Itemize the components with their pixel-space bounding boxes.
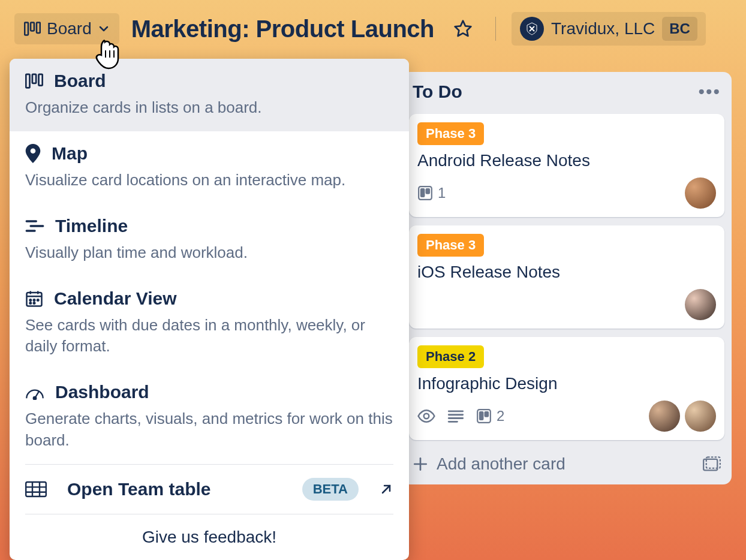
card-badges: 2 [417, 408, 504, 424]
svg-point-33 [34, 303, 35, 305]
view-switcher-label: Board [47, 19, 92, 38]
view-switcher-button[interactable]: Board [14, 13, 119, 44]
watch-badge [417, 410, 435, 423]
view-option-desc: Generate charts, visuals, and metrics fo… [25, 408, 393, 450]
card-title: Android Release Notes [417, 151, 716, 170]
card-members [685, 289, 716, 320]
card-members [685, 177, 716, 209]
description-badge [447, 410, 464, 423]
view-option-timeline[interactable]: Timeline Visually plan time and workload… [10, 204, 409, 276]
view-option-map[interactable]: Map Visualize card locations on an inter… [10, 131, 409, 204]
view-option-desc: Visualize card locations on an interacti… [25, 170, 393, 191]
card-label[interactable]: Phase 3 [417, 122, 484, 145]
svg-rect-0 [25, 23, 28, 35]
plus-icon [413, 456, 428, 472]
svg-point-29 [30, 300, 32, 302]
view-option-board[interactable]: Board Organize cards in lists on a board… [10, 59, 409, 131]
svg-rect-21 [39, 74, 43, 86]
external-link-icon [379, 482, 393, 496]
svg-point-31 [37, 300, 39, 302]
list-header: To Do ••• [409, 79, 724, 106]
avatar[interactable] [649, 401, 680, 432]
team-table-label: Open Team table [67, 479, 282, 499]
list-todo: To Do ••• Phase 3 Android Release Notes … [402, 72, 732, 484]
board-header: Board Marketing: Product Launch Travidux… [0, 0, 746, 56]
trello-count: 1 [438, 185, 446, 201]
card[interactable]: Phase 2 Infographic Design 2 [409, 337, 724, 440]
add-card-button[interactable]: Add another card [413, 454, 565, 474]
avatar[interactable] [685, 177, 716, 209]
avatar[interactable] [685, 401, 716, 432]
trello-count: 2 [497, 408, 504, 424]
svg-rect-2 [37, 23, 40, 34]
view-option-title: Timeline [55, 216, 128, 236]
eye-icon [417, 410, 435, 423]
svg-rect-13 [480, 412, 483, 420]
trello-icon [417, 185, 433, 201]
board-icon [25, 73, 43, 89]
svg-point-35 [34, 397, 37, 400]
view-option-title: Dashboard [55, 382, 149, 402]
dashboard-icon [25, 384, 44, 400]
map-pin-icon [25, 144, 41, 163]
card-members [649, 401, 716, 432]
avatar[interactable] [685, 289, 716, 320]
trello-attachment-badge: 1 [417, 185, 446, 201]
svg-rect-6 [426, 189, 429, 194]
card-label[interactable]: Phase 3 [417, 234, 484, 257]
template-icon[interactable] [703, 456, 721, 472]
table-icon [25, 481, 47, 498]
add-card-label: Add another card [437, 454, 565, 474]
board-title[interactable]: Marketing: Product Launch [131, 16, 434, 43]
svg-rect-36 [26, 482, 46, 496]
user-initials-badge: BC [662, 17, 697, 41]
calendar-icon [25, 290, 43, 308]
card[interactable]: Phase 3 Android Release Notes 1 [409, 114, 724, 217]
trello-attachment-badge: 2 [476, 408, 504, 424]
add-card-row: Add another card [409, 448, 724, 475]
svg-point-7 [424, 414, 429, 419]
board-icon [24, 22, 41, 36]
view-option-title: Board [54, 71, 106, 91]
star-button[interactable] [446, 12, 480, 46]
header-divider [495, 17, 496, 41]
view-option-desc: Organize cards in lists on a board. [25, 97, 393, 118]
view-option-desc: Visually plan time and workload. [25, 242, 393, 263]
svg-rect-1 [31, 23, 34, 31]
workspace-button[interactable]: Travidux, LLC BC [512, 12, 706, 46]
list-menu-button[interactable]: ••• [698, 82, 721, 102]
view-option-title: Map [52, 143, 88, 164]
card-label[interactable]: Phase 2 [417, 345, 484, 368]
svg-rect-5 [421, 189, 424, 197]
feedback-link[interactable]: Give us feedback! [10, 514, 409, 560]
card-footer: 2 [417, 401, 716, 432]
svg-rect-20 [32, 74, 36, 83]
workspace-logo [520, 17, 544, 41]
view-option-title: Calendar View [54, 288, 177, 309]
view-switcher-dropdown: Board Organize cards in lists on a board… [10, 59, 409, 560]
svg-line-41 [383, 486, 390, 493]
card-footer: 1 [417, 177, 716, 209]
list-title[interactable]: To Do [413, 82, 462, 102]
svg-point-30 [34, 300, 35, 302]
svg-point-32 [30, 303, 32, 305]
card-title: Infographic Design [417, 374, 716, 393]
star-icon [453, 19, 473, 38]
card-title: iOS Release Notes [417, 263, 716, 282]
card-footer [417, 289, 716, 320]
svg-rect-19 [26, 74, 29, 88]
chevron-down-icon [98, 23, 110, 35]
view-option-calendar[interactable]: Calendar View See cards with due dates i… [10, 276, 409, 370]
svg-rect-14 [485, 412, 488, 417]
card[interactable]: Phase 3 iOS Release Notes [409, 225, 724, 329]
description-icon [447, 410, 464, 423]
view-option-desc: See cards with due dates in a monthly, w… [25, 315, 393, 357]
view-option-dashboard[interactable]: Dashboard Generate charts, visuals, and … [10, 370, 409, 463]
workspace-name: Travidux, LLC [551, 19, 655, 38]
open-team-table-button[interactable]: Open Team table BETA [10, 465, 409, 514]
svg-marker-3 [455, 21, 471, 36]
timeline-icon [25, 218, 44, 234]
beta-badge: BETA [302, 478, 359, 501]
trello-icon [476, 408, 492, 424]
card-badges: 1 [417, 185, 446, 201]
